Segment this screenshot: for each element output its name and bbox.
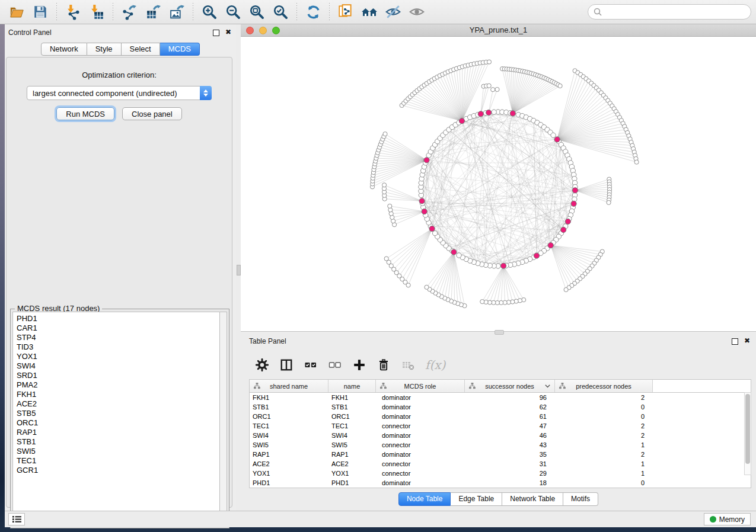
table-row[interactable]: PHD1PHD1dominator180: [250, 478, 751, 488]
network-graph[interactable]: [241, 37, 756, 331]
tab-network-table[interactable]: Network Table: [502, 492, 563, 506]
mcds-result-item[interactable]: YOX1: [17, 352, 221, 361]
table-row[interactable]: SWI5SWI5connector431: [250, 440, 751, 450]
delete-columns-trash-icon[interactable]: [377, 358, 391, 372]
mcds-result-item[interactable]: TEC1: [17, 456, 221, 466]
float-table-panel-icon[interactable]: [732, 338, 738, 345]
tab-node-table[interactable]: Node Table: [398, 492, 451, 506]
table-row[interactable]: RAP1RAP1dominator352: [250, 450, 751, 459]
network-from-file-icon[interactable]: [336, 2, 356, 21]
table-row[interactable]: ACE2ACE2connector311: [250, 459, 751, 469]
mcds-result-item[interactable]: SRD1: [17, 371, 221, 380]
table-toolbar: f(x): [249, 352, 748, 377]
mcds-result-item[interactable]: CAR1: [17, 323, 221, 333]
refresh-icon[interactable]: [303, 2, 323, 21]
mcds-result-item[interactable]: PHD1: [17, 314, 221, 323]
tab-mcds[interactable]: MCDS: [160, 43, 200, 56]
table-cell: PHD1: [328, 478, 376, 488]
export-image-icon[interactable]: [167, 2, 187, 21]
table-row[interactable]: TEC1TEC1connector472: [250, 421, 751, 431]
splitter-grip[interactable]: [237, 265, 241, 275]
zoom-out-icon[interactable]: [223, 2, 243, 21]
column-header[interactable]: successor nodes: [465, 380, 555, 392]
export-table-icon[interactable]: [143, 2, 163, 21]
hide-selected-eye-icon[interactable]: [383, 2, 403, 21]
task-history-button[interactable]: [8, 513, 25, 525]
mcds-result-item[interactable]: PMA2: [17, 380, 221, 390]
table-cell: 43: [465, 440, 555, 450]
show-all-eye-icon[interactable]: [407, 2, 427, 21]
table-row[interactable]: STB1STB1dominator620: [250, 402, 751, 412]
table-cell: 46: [465, 431, 555, 440]
column-header[interactable]: shared name: [250, 380, 328, 392]
zoom-fit-icon[interactable]: [247, 2, 267, 21]
mcds-result-item[interactable]: TID3: [17, 342, 221, 352]
close-table-panel-icon[interactable]: ✖: [744, 336, 750, 345]
table-cell: connector: [376, 440, 465, 450]
tab-edge-table[interactable]: Edge Table: [451, 492, 502, 506]
zoom-selected-icon[interactable]: [270, 2, 291, 21]
close-panel-icon[interactable]: ✖: [225, 27, 231, 37]
mcds-result-item[interactable]: ACE2: [17, 399, 221, 409]
unselect-all-columns-icon[interactable]: [328, 358, 342, 372]
table-row[interactable]: YOX1YOX1connector291: [250, 469, 751, 478]
table-cell: 47: [465, 421, 555, 431]
table-row[interactable]: ORC1ORC1dominator610: [250, 412, 751, 421]
column-header[interactable]: name: [328, 380, 376, 392]
first-neighbors-icon[interactable]: [359, 2, 379, 21]
select-all-columns-icon[interactable]: [304, 358, 318, 372]
mcds-result-item[interactable]: ORC1: [17, 418, 221, 428]
main-toolbar: [0, 0, 756, 24]
split-columns-icon[interactable]: [279, 358, 294, 372]
network-view[interactable]: [241, 37, 756, 331]
close-window-traffic-light[interactable]: [246, 27, 254, 34]
minimize-window-traffic-light[interactable]: [259, 27, 267, 34]
table-cell: 2: [555, 421, 653, 431]
mcds-result-item[interactable]: SWI5: [17, 447, 221, 456]
column-header[interactable]: predecessor nodes: [555, 380, 653, 392]
import-table-icon[interactable]: [87, 2, 107, 21]
optimization-criterion-select[interactable]: largest connected component (undirected): [27, 86, 212, 100]
mcds-result-item[interactable]: GCR1: [17, 466, 221, 475]
float-panel-icon[interactable]: [213, 30, 219, 36]
table-row[interactable]: FKH1FKH1dominator962: [250, 393, 751, 402]
table-cell: FKH1: [250, 393, 328, 402]
export-network-icon[interactable]: [119, 2, 139, 21]
tab-network[interactable]: Network: [41, 43, 87, 56]
mcds-result-item[interactable]: STB1: [17, 437, 221, 447]
function-builder-icon[interactable]: f(x): [425, 358, 445, 372]
table-cell: SWI4: [250, 431, 328, 440]
table-cell: SWI5: [250, 440, 328, 450]
column-header[interactable]: MCDS role: [376, 380, 465, 392]
zoom-in-icon[interactable]: [199, 2, 219, 21]
mcds-result-list[interactable]: PHD1CAR1STP4TID3YOX1SWI4SRD1PMA2FKH1ACE2…: [12, 312, 221, 526]
mcds-result-item[interactable]: STP4: [17, 333, 221, 342]
mcds-result-item[interactable]: FKH1: [17, 390, 221, 399]
mcds-list-scrollbar[interactable]: [219, 312, 227, 526]
tab-style[interactable]: Style: [87, 43, 122, 56]
mcds-result-item[interactable]: STB5: [17, 409, 221, 418]
mcds-result-item[interactable]: RAP1: [17, 428, 221, 437]
table-scrollbar-thumb[interactable]: [745, 394, 750, 464]
horizontal-splitter-grip[interactable]: [495, 330, 504, 335]
table-scrollbar[interactable]: [744, 392, 751, 475]
table-cell: 96: [465, 393, 555, 402]
table-row[interactable]: SWI4SWI4dominator462: [250, 431, 751, 440]
mcds-result-item[interactable]: SWI4: [17, 361, 221, 371]
maximize-window-traffic-light[interactable]: [272, 27, 280, 34]
network-window-titlebar[interactable]: YPA_prune.txt_1: [241, 24, 756, 37]
table-settings-gear-icon[interactable]: [255, 358, 269, 372]
table-cell: FKH1: [328, 393, 376, 402]
run-mcds-button[interactable]: Run MCDS: [56, 107, 114, 120]
add-column-icon[interactable]: [352, 358, 366, 372]
delete-table-icon[interactable]: [401, 358, 415, 372]
save-session-icon[interactable]: [30, 2, 50, 21]
search-input[interactable]: [606, 7, 745, 17]
open-session-icon[interactable]: [7, 2, 27, 21]
tab-motifs[interactable]: Motifs: [563, 492, 598, 506]
tab-select[interactable]: Select: [122, 43, 160, 56]
memory-button[interactable]: Memory: [704, 513, 751, 525]
import-network-icon[interactable]: [63, 2, 83, 21]
select-stepper-icon: [200, 86, 212, 100]
close-panel-button[interactable]: Close panel: [122, 107, 182, 120]
